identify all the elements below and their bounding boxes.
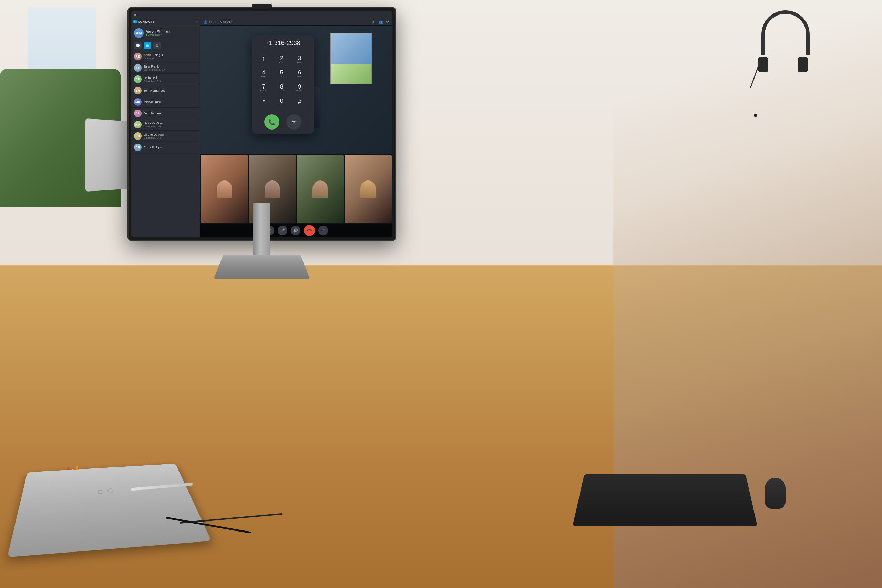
avatar-user: AM [134,28,144,38]
dialpad-actions: 📞 📷 [252,112,314,134]
contact-colin-hall[interactable]: CH Colin Hall Columbus, OH [131,74,200,85]
contact-name-3: Colin Hall [144,76,160,80]
art-behind-speaker [330,33,372,84]
key-2[interactable]: 2 ABC [274,53,289,66]
contact-name-2: Talia Frank [144,65,165,68]
thumb-person-4 [345,155,392,223]
user-name: Aaron Millman [146,30,197,33]
contact-name-5: Michael Kim [144,100,160,104]
key-8[interactable]: 8 TUV [274,81,289,95]
laptop-front: ⫐⫑ [7,464,212,557]
key-number-hash: # [298,99,301,105]
contact-info-8: Lisette Devore Columbus, OH [144,133,164,140]
contact-jennifer-lee[interactable]: JL Jennifer Lee [131,108,200,119]
title-bar: ≡ [131,10,392,18]
user-status: Available ▾ [146,33,197,36]
settings-icon[interactable]: ⚙ [386,20,389,24]
chat-button[interactable]: 💬 [134,42,142,49]
contact-cody-phillips[interactable]: CP Cody Phillips [131,142,200,153]
thumb-person-3 [297,155,344,223]
dialpad-call-button[interactable]: 📞 [264,114,279,129]
key-3[interactable]: 3 DEF [292,53,308,66]
thumb-person-1 [201,155,248,223]
key-5[interactable]: 5 JKL [274,67,289,81]
speaker-icon: 🔊 [293,228,298,233]
contact-name-6: Jennifer Lee [144,112,161,115]
contact-status-3: Columbus, OH [144,80,160,82]
grid-view-button[interactable]: ⊞ [144,42,151,49]
key-letters-3: DEF [297,62,302,63]
screen-share-tab: 👤 SCREEN SHARE × 👥 ⚙ [200,18,392,26]
dialpad: +1 316-2938 1 2 ABC [252,36,314,134]
contact-name-9: Cody Phillips [144,146,162,149]
key-letters-2: ABC [279,62,284,63]
contact-info-7: Heidi McVittie Columbus, OH [144,122,163,128]
key-4[interactable]: 4 GHI [256,67,271,81]
monitor-stand-base [214,255,310,279]
key-7[interactable]: 7 PQRS [256,81,271,95]
contacts-panel: C CONTACTS × AM Aaron Millman [131,18,200,237]
end-call-button[interactable]: 📞 [304,225,315,236]
contacts-tab-close[interactable]: × [196,20,198,23]
thumb-head-3 [312,180,328,198]
status-dot [146,34,147,36]
contact-avatar-9: CP [134,144,142,151]
mouse[interactable] [765,478,786,509]
key-hash[interactable]: # [292,95,308,109]
contact-avatar-8: LD [134,132,142,140]
key-6[interactable]: 6 MNO [292,67,308,81]
dialpad-video-button[interactable]: 📷 [286,114,302,129]
key-letters-9: WXYZ [296,90,303,92]
headset-band [761,10,810,55]
hamburger-icon[interactable]: ≡ [134,12,136,16]
contact-info-2: Talia Frank San Francisco, CA [144,65,165,71]
contact-name-4: Toni Hernandez [144,89,165,92]
contact-name-1: Annie Balagur [144,53,163,57]
key-star[interactable]: * [256,95,271,109]
contact-heidi-mcvittie[interactable]: HM Heidi McVittie Columbus, OH [131,119,200,130]
key-letters-7: PQRS [260,90,267,92]
tab-contacts[interactable]: C CONTACTS × [131,18,200,25]
contact-info-9: Cody Phillips [144,146,162,149]
more-options-button[interactable]: ⋯ [318,226,328,235]
key-number-8: 8 [280,84,283,90]
key-0[interactable]: 0 + [274,95,289,109]
key-9[interactable]: 9 WXYZ [292,81,308,95]
contact-info-6: Jennifer Lee [144,112,161,115]
contact-status-1: Available [144,57,163,60]
headset-container [758,10,813,79]
microphone-tip [754,114,757,117]
art-top [331,33,371,64]
contact-michael-kim[interactable]: MK Michael Kim [131,96,200,108]
speaker-button[interactable]: 🔊 [291,226,300,235]
panel-tabs: C CONTACTS × [131,18,200,26]
contact-info-5: Michael Kim [144,100,160,104]
key-letters-0: + [281,104,282,106]
key-1[interactable]: 1 [256,53,271,66]
contact-annie-balagur[interactable]: AB Annie Balagur Available [131,51,200,62]
key-number-star: * [262,99,265,105]
contacts-tab-icon: C [134,20,137,23]
key-letters-4: GHI [261,75,266,78]
add-participant-icon[interactable]: 👥 [379,20,383,24]
microphone-button[interactable]: 🎤 [278,226,287,235]
keyboard[interactable] [573,474,758,526]
contact-info-4: Toni Hernandez [144,89,165,92]
contact-name-8: Lisette Devore [144,133,164,136]
user-profile: AM Aaron Millman Available ▾ [131,26,200,40]
key-number-1: 1 [262,57,265,62]
contact-status-2: San Francisco, CA [144,68,165,71]
contact-talia-frank[interactable]: TF Talia Frank San Francisco, CA [131,62,200,74]
microphone-icon: 🎤 [280,228,285,233]
contact-status-7: Columbus, OH [144,125,163,128]
screen-share-close[interactable]: × [372,20,374,24]
contact-avatar-6: JL [134,110,142,117]
settings-button[interactable]: ⚙ [153,42,161,49]
contact-lisette-devore[interactable]: LD Lisette Devore Columbus, OH [131,130,200,142]
key-number-2: 2 [280,56,283,62]
contact-toni-hernandez[interactable]: TH Toni Hernandez [131,85,200,96]
dialpad-grid: 1 2 ABC 3 DEF [252,50,314,112]
contact-status-8: Columbus, OH [144,136,164,140]
contact-avatar-5: MK [134,98,142,106]
thumbnail-3 [297,155,344,223]
